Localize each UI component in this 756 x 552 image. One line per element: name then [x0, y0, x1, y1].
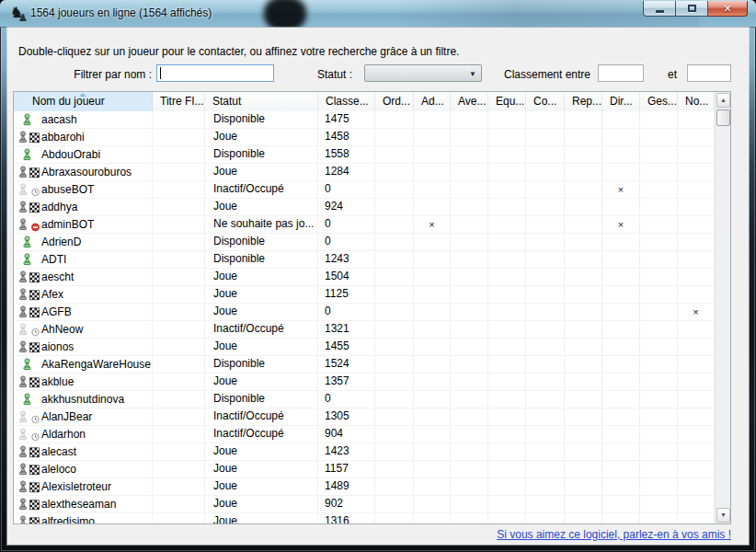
cell-equ [488, 478, 526, 496]
cell-rating: 1455 [318, 339, 375, 356]
cell-title [153, 234, 205, 251]
ranking-max-input[interactable] [687, 64, 731, 82]
cell-dir [602, 443, 640, 461]
window-controls: ✕ [643, 1, 748, 17]
cell-ord [375, 234, 414, 251]
cell-ord [375, 374, 414, 391]
column-header-rep[interactable]: Rep... [565, 92, 602, 111]
column-header-co[interactable]: Co... [526, 92, 565, 111]
cell-no [678, 513, 715, 523]
cell-dir [602, 129, 640, 146]
cell-ges [640, 426, 678, 443]
cell-equ [488, 216, 526, 234]
cell-equ [488, 496, 526, 513]
table-row[interactable]: adminBOT Ne souhaite pas jo... 0 × × [14, 216, 715, 234]
cell-rep [565, 339, 602, 356]
cell-status: Joue [205, 269, 318, 286]
cell-rep [565, 164, 602, 181]
cell-equ [488, 339, 526, 356]
cell-rep [565, 216, 602, 234]
cell-equ [488, 129, 526, 146]
share-link[interactable]: Si vous aimez ce logiciel, parlez-en à v… [497, 528, 731, 541]
table-row[interactable]: abbarohi Joue 1458 [14, 129, 715, 146]
cell-status: Joue [205, 374, 318, 391]
ranking-min-input[interactable] [598, 64, 644, 82]
cell-equ [488, 251, 526, 269]
cell-no [678, 356, 715, 374]
column-header-ord[interactable]: Ord... [375, 92, 414, 111]
scroll-down-button[interactable]: ▼ [716, 508, 730, 523]
pawn-chessboard-playing-icon [17, 463, 41, 477]
maximize-button[interactable] [676, 1, 708, 17]
cell-ad [414, 111, 451, 129]
column-header-title[interactable]: Titre FI... [153, 92, 205, 111]
column-header-name[interactable]: Nom du joueur [14, 92, 153, 111]
scrollbar-thumb[interactable] [716, 109, 730, 126]
table-row[interactable]: ADTI Disponible 1243 [14, 251, 715, 269]
cell-equ [488, 164, 526, 181]
column-header-no[interactable]: No... [678, 92, 715, 111]
cell-ord [375, 129, 414, 146]
cell-ord [375, 426, 414, 443]
status-dropdown[interactable]: ▼ [364, 64, 482, 82]
table-row[interactable]: aleloco Joue 1157 [14, 461, 715, 478]
table-row[interactable]: abuseBOT Inactif/Occupé 0 × [14, 181, 715, 199]
cell-ad [414, 321, 451, 339]
pawn-chessboard-playing-icon [17, 480, 41, 494]
cell-title [153, 513, 205, 523]
table-row[interactable]: AkaRengaWareHouse Disponible 1524 [14, 356, 715, 374]
cell-dir [602, 234, 640, 251]
table-row[interactable]: AGFB Joue 0 × [14, 304, 715, 321]
cell-dir [602, 374, 640, 391]
cell-ord [375, 461, 414, 478]
table-row[interactable]: aionos Joue 1455 [14, 339, 715, 356]
titlebar[interactable]: ♞♟ 1564 joueurs en ligne (1564 affichés)… [0, 0, 756, 28]
pawn-clock-inactive-icon [17, 428, 41, 442]
table-row[interactable]: AdrienD Disponible 0 [14, 234, 715, 251]
table-row[interactable]: alfredisimo Joue 1316 [14, 513, 715, 523]
cell-equ [488, 286, 526, 304]
cell-ave [451, 286, 488, 304]
cell-co [526, 461, 565, 478]
pawn-chessboard-playing-icon [17, 340, 41, 354]
cell-rating: 1504 [318, 269, 375, 286]
column-header-status[interactable]: Statut [205, 92, 318, 111]
table-row[interactable]: AbdouOrabi Disponible 1558 [14, 146, 715, 164]
cell-equ [488, 199, 526, 216]
filter-name-input[interactable] [156, 64, 274, 82]
column-header-ad[interactable]: Ad... [414, 92, 451, 111]
table-row[interactable]: AlanJBear Inactif/Occupé 1305 [14, 408, 715, 426]
minimize-button[interactable] [643, 1, 676, 17]
cell-dir [602, 496, 640, 513]
table-row[interactable]: AhNeow Inactif/Occupé 1321 [14, 321, 715, 339]
table-row[interactable]: Aldarhon Inactif/Occupé 904 [14, 426, 715, 443]
column-header-rating[interactable]: Classe... [318, 92, 375, 111]
table-row[interactable]: addhya Joue 924 [14, 199, 715, 216]
column-header-ges[interactable]: Ges... [640, 92, 678, 111]
table-row[interactable]: aacash Disponible 1475 [14, 111, 715, 129]
column-header-dir[interactable]: Dir... [602, 92, 640, 111]
column-header-ave[interactable]: Ave... [451, 92, 488, 111]
cell-no [678, 374, 715, 391]
cell-equ [488, 356, 526, 374]
table-row[interactable]: Afex Joue 1125 [14, 286, 715, 304]
cell-ave [451, 269, 488, 286]
table-row[interactable]: alextheseaman Joue 902 [14, 496, 715, 513]
player-name: Abraxasouroburos [41, 165, 132, 180]
table-row[interactable]: Abraxasouroburos Joue 1284 [14, 164, 715, 181]
player-name: AGFB [41, 305, 72, 320]
table-row[interactable]: Alexisletroteur Joue 1489 [14, 478, 715, 496]
table-row[interactable]: akblue Joue 1357 [14, 374, 715, 391]
close-button[interactable]: ✕ [708, 1, 748, 17]
cell-rating: 1243 [318, 251, 375, 269]
cell-no [678, 181, 715, 199]
cell-equ [488, 426, 526, 443]
vertical-scrollbar[interactable]: ▲ ▼ [715, 92, 730, 523]
table-row[interactable]: akkhusnutdinova Disponible 0 [14, 391, 715, 408]
column-header-equ[interactable]: Equ... [488, 92, 526, 111]
table-row[interactable]: aescht Joue 1504 [14, 269, 715, 286]
cell-status: Joue [205, 461, 318, 478]
cell-rating: 1475 [318, 111, 375, 129]
scroll-up-button[interactable]: ▲ [716, 93, 730, 108]
table-row[interactable]: alecast Joue 1423 [14, 443, 715, 461]
